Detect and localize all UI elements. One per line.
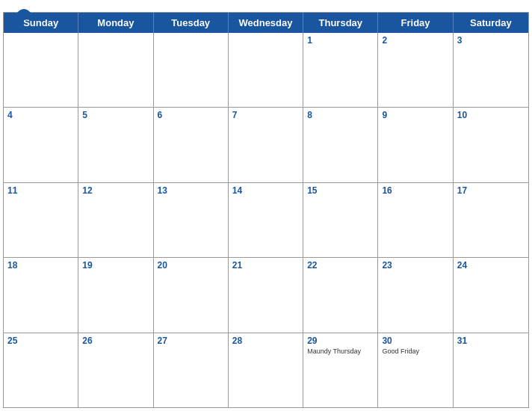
day-number: 20 <box>158 260 224 271</box>
day-number: 5 <box>82 110 149 120</box>
day-cell <box>78 33 153 107</box>
day-header-wednesday: Wednesday <box>229 13 303 33</box>
week-row-5: 2526272829Maundy Thursday30Good Friday31 <box>4 333 528 407</box>
day-header-friday: Friday <box>378 13 453 33</box>
day-number: 21 <box>232 260 299 271</box>
day-number: 7 <box>232 110 299 120</box>
day-cell: 15 <box>303 183 378 257</box>
day-cell: 11 <box>4 183 78 257</box>
day-cell: 8 <box>303 108 378 182</box>
day-cell <box>154 33 229 107</box>
weeks-container: 1234567891011121314151617181920212223242… <box>4 33 528 407</box>
day-number: 18 <box>7 260 74 271</box>
day-cell <box>229 33 303 107</box>
day-number: 15 <box>307 185 374 196</box>
day-header-saturday: Saturday <box>454 13 528 33</box>
day-number: 1 <box>307 35 374 46</box>
day-number: 13 <box>158 185 224 196</box>
day-cell: 5 <box>78 108 153 182</box>
day-cell: 25 <box>4 333 78 407</box>
logo-bird-icon <box>13 7 34 22</box>
day-cell: 20 <box>154 258 229 332</box>
day-cell: 27 <box>154 333 229 407</box>
day-cell: 19 <box>78 258 153 332</box>
day-header-tuesday: Tuesday <box>154 13 229 33</box>
day-cell: 6 <box>154 108 229 182</box>
day-headers-row: SundayMondayTuesdayWednesdayThursdayFrid… <box>4 13 528 33</box>
day-cell: 13 <box>154 183 229 257</box>
day-header-thursday: Thursday <box>303 13 378 33</box>
day-number: 11 <box>7 185 74 196</box>
day-number: 17 <box>457 185 525 196</box>
day-cell: 29Maundy Thursday <box>303 333 378 407</box>
week-row-4: 18192021222324 <box>4 257 528 332</box>
day-number: 6 <box>158 110 224 120</box>
day-cell: 26 <box>78 333 153 407</box>
day-cell: 16 <box>378 183 453 257</box>
day-cell: 4 <box>4 108 78 182</box>
day-cell: 14 <box>229 183 303 257</box>
day-number: 16 <box>382 185 448 196</box>
week-row-1: 123 <box>4 33 528 107</box>
calendar-container: SundayMondayTuesdayWednesdayThursdayFrid… <box>0 0 532 411</box>
header <box>0 0 532 12</box>
day-cell: 23 <box>378 258 453 332</box>
day-cell: 2 <box>378 33 453 107</box>
day-cell: 1 <box>303 33 378 107</box>
day-number: 27 <box>158 336 224 346</box>
day-cell: 7 <box>229 108 303 182</box>
day-cell: 9 <box>378 108 453 182</box>
day-number: 19 <box>82 260 149 271</box>
day-number: 4 <box>7 110 74 120</box>
week-row-3: 11121314151617 <box>4 182 528 257</box>
day-number: 28 <box>232 336 299 346</box>
day-number: 31 <box>457 336 525 346</box>
day-number: 26 <box>82 336 149 346</box>
day-number: 22 <box>307 260 374 271</box>
day-cell: 28 <box>229 333 303 407</box>
day-number: 9 <box>382 110 448 120</box>
day-number: 10 <box>457 110 525 120</box>
day-cell: 17 <box>454 183 528 257</box>
day-number: 23 <box>382 260 448 271</box>
day-number: 25 <box>7 336 74 346</box>
day-cell: 21 <box>229 258 303 332</box>
logo <box>12 7 34 22</box>
day-number: 2 <box>382 35 448 46</box>
day-cell: 3 <box>454 33 528 107</box>
day-number: 14 <box>232 185 299 196</box>
day-number: 29 <box>307 336 374 346</box>
day-number: 12 <box>82 185 149 196</box>
day-cell: 31 <box>454 333 528 407</box>
week-row-2: 45678910 <box>4 107 528 182</box>
day-cell: 24 <box>454 258 528 332</box>
holiday-label: Maundy Thursday <box>307 347 374 356</box>
day-number: 24 <box>457 260 525 271</box>
day-cell: 10 <box>454 108 528 182</box>
calendar-grid: SundayMondayTuesdayWednesdayThursdayFrid… <box>3 12 529 408</box>
day-number: 8 <box>307 110 374 120</box>
day-number: 3 <box>457 35 525 46</box>
day-cell: 12 <box>78 183 153 257</box>
day-cell: 30Good Friday <box>378 333 453 407</box>
day-cell: 18 <box>4 258 78 332</box>
day-header-monday: Monday <box>78 13 153 33</box>
holiday-label: Good Friday <box>382 347 448 356</box>
day-cell: 22 <box>303 258 378 332</box>
day-number: 30 <box>382 336 448 346</box>
day-cell <box>4 33 78 107</box>
